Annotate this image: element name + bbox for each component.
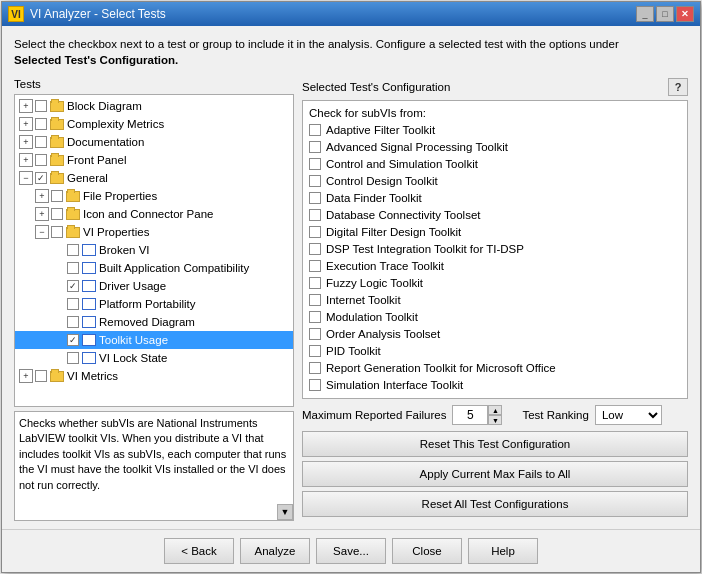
- check-item-data-finder[interactable]: Data Finder Toolkit: [307, 189, 683, 206]
- max-fails-input[interactable]: [452, 405, 488, 425]
- tree-item-documentation[interactable]: +Documentation: [15, 133, 293, 151]
- check-item-checkbox-order-analysis[interactable]: [309, 328, 321, 340]
- check-item-control-simulation[interactable]: Control and Simulation Toolkit: [307, 155, 683, 172]
- close-button[interactable]: ✕: [676, 6, 694, 22]
- checkbox-front-panel[interactable]: [35, 154, 47, 166]
- tree-item-toolkit-usage[interactable]: Toolkit Usage: [15, 331, 293, 349]
- check-item-report-generation[interactable]: Report Generation Toolkit for Microsoft …: [307, 359, 683, 376]
- expand-btn-block-diagram[interactable]: +: [19, 99, 33, 113]
- tree-item-file-properties[interactable]: +File Properties: [15, 187, 293, 205]
- reset-this-button[interactable]: Reset This Test Configuration: [302, 431, 688, 457]
- checkbox-platform-portability[interactable]: [67, 298, 79, 310]
- tree-item-built-app[interactable]: Built Application Compatibility: [15, 259, 293, 277]
- expand-btn-vi-properties[interactable]: −: [35, 225, 49, 239]
- check-item-checkbox-simulation-interface[interactable]: [309, 379, 321, 391]
- config-label: Selected Test's Configuration: [302, 81, 450, 93]
- expand-btn-icon-connector[interactable]: +: [35, 207, 49, 221]
- spinner-down-button[interactable]: ▼: [488, 415, 502, 425]
- tree-item-removed-diagram[interactable]: Removed Diagram: [15, 313, 293, 331]
- check-item-modulation[interactable]: Modulation Toolkit: [307, 308, 683, 325]
- test-ranking-select[interactable]: LowMediumHigh: [595, 405, 662, 425]
- tree-item-broken-vi[interactable]: Broken VI: [15, 241, 293, 259]
- config-help-button[interactable]: ?: [668, 78, 688, 96]
- checkbox-block-diagram[interactable]: [35, 100, 47, 112]
- back-button[interactable]: < Back: [164, 538, 234, 564]
- scroll-down-button[interactable]: ▼: [277, 504, 293, 520]
- check-item-checkbox-adaptive-filter[interactable]: [309, 124, 321, 136]
- check-item-order-analysis[interactable]: Order Analysis Toolset: [307, 325, 683, 342]
- check-item-adaptive-filter[interactable]: Adaptive Filter Toolkit: [307, 121, 683, 138]
- checkbox-documentation[interactable]: [35, 136, 47, 148]
- check-item-fuzzy-logic[interactable]: Fuzzy Logic Toolkit: [307, 274, 683, 291]
- expand-btn-documentation[interactable]: +: [19, 135, 33, 149]
- checkbox-vi-metrics[interactable]: [35, 370, 47, 382]
- check-item-execution-trace[interactable]: Execution Trace Toolkit: [307, 257, 683, 274]
- tree-item-complexity-metrics[interactable]: +Complexity Metrics: [15, 115, 293, 133]
- tree-item-vi-lock-state[interactable]: VI Lock State: [15, 349, 293, 367]
- check-item-checkbox-advanced-signal[interactable]: [309, 141, 321, 153]
- check-item-digital-filter[interactable]: Digital Filter Design Toolkit: [307, 223, 683, 240]
- tree-item-vi-properties[interactable]: −VI Properties: [15, 223, 293, 241]
- expand-btn-file-properties[interactable]: +: [35, 189, 49, 203]
- tree-item-front-panel[interactable]: +Front Panel: [15, 151, 293, 169]
- check-item-database-connectivity[interactable]: Database Connectivity Toolset: [307, 206, 683, 223]
- checkbox-icon-connector[interactable]: [51, 208, 63, 220]
- reset-all-button[interactable]: Reset All Test Configurations: [302, 491, 688, 517]
- check-item-advanced-signal[interactable]: Advanced Signal Processing Toolkit: [307, 138, 683, 155]
- description-line2: Selected Test's Configuration.: [14, 54, 178, 66]
- tree-item-icon-connector[interactable]: +Icon and Connector Pane: [15, 205, 293, 223]
- check-item-checkbox-report-generation[interactable]: [309, 362, 321, 374]
- check-item-checkbox-database-connectivity[interactable]: [309, 209, 321, 221]
- check-item-internet[interactable]: Internet Toolkit: [307, 291, 683, 308]
- checkbox-built-app[interactable]: [67, 262, 79, 274]
- check-item-dsp-test[interactable]: DSP Test Integration Toolkit for TI-DSP: [307, 240, 683, 257]
- checkbox-broken-vi[interactable]: [67, 244, 79, 256]
- check-item-checkbox-control-design[interactable]: [309, 175, 321, 187]
- expand-btn-front-panel[interactable]: +: [19, 153, 33, 167]
- check-item-checkbox-data-finder[interactable]: [309, 192, 321, 204]
- checkbox-driver-usage[interactable]: [67, 280, 79, 292]
- check-item-checkbox-dsp-test[interactable]: [309, 243, 321, 255]
- checkbox-complexity-metrics[interactable]: [35, 118, 47, 130]
- check-item-control-design[interactable]: Control Design Toolkit: [307, 172, 683, 189]
- check-item-label-data-finder: Data Finder Toolkit: [326, 192, 422, 204]
- title-bar: VI VI Analyzer - Select Tests _ □ ✕: [2, 2, 700, 26]
- tree-item-vi-metrics[interactable]: +VI Metrics: [15, 367, 293, 385]
- checkbox-file-properties[interactable]: [51, 190, 63, 202]
- tree-item-label-vi-lock-state: VI Lock State: [99, 352, 167, 364]
- check-item-label-execution-trace: Execution Trace Toolkit: [326, 260, 444, 272]
- spinner-up-button[interactable]: ▲: [488, 405, 502, 415]
- check-item-checkbox-modulation[interactable]: [309, 311, 321, 323]
- tree-item-block-diagram[interactable]: +Block Diagram: [15, 97, 293, 115]
- tree-item-general[interactable]: −General: [15, 169, 293, 187]
- check-item-pid[interactable]: PID Toolkit: [307, 342, 683, 359]
- checkbox-vi-properties[interactable]: [51, 226, 63, 238]
- folder-icon-block-diagram: [50, 101, 64, 112]
- expand-btn-complexity-metrics[interactable]: +: [19, 117, 33, 131]
- check-item-checkbox-digital-filter[interactable]: [309, 226, 321, 238]
- expand-btn-vi-metrics[interactable]: +: [19, 369, 33, 383]
- checkbox-removed-diagram[interactable]: [67, 316, 79, 328]
- checkbox-vi-lock-state[interactable]: [67, 352, 79, 364]
- checklist-container[interactable]: Check for subVIs from: Adaptive Filter T…: [302, 100, 688, 399]
- check-item-checkbox-internet[interactable]: [309, 294, 321, 306]
- tests-tree[interactable]: +Block Diagram+Complexity Metrics+Docume…: [14, 94, 294, 407]
- analyze-button[interactable]: Analyze: [240, 538, 310, 564]
- tree-item-platform-portability[interactable]: Platform Portability: [15, 295, 293, 313]
- check-item-checkbox-pid[interactable]: [309, 345, 321, 357]
- expand-btn-general[interactable]: −: [19, 171, 33, 185]
- tree-item-driver-usage[interactable]: Driver Usage: [15, 277, 293, 295]
- maximize-button[interactable]: □: [656, 6, 674, 22]
- check-item-checkbox-control-simulation[interactable]: [309, 158, 321, 170]
- checkbox-general[interactable]: [35, 172, 47, 184]
- help-button[interactable]: Help: [468, 538, 538, 564]
- checkbox-toolkit-usage[interactable]: [67, 334, 79, 346]
- apply-all-button[interactable]: Apply Current Max Fails to All: [302, 461, 688, 487]
- save-button[interactable]: Save...: [316, 538, 386, 564]
- check-item-checkbox-fuzzy-logic[interactable]: [309, 277, 321, 289]
- description-line1: Select the checkbox next to a test or gr…: [14, 38, 619, 50]
- close-dialog-button[interactable]: Close: [392, 538, 462, 564]
- check-item-simulation-interface[interactable]: Simulation Interface Toolkit: [307, 376, 683, 393]
- minimize-button[interactable]: _: [636, 6, 654, 22]
- check-item-checkbox-execution-trace[interactable]: [309, 260, 321, 272]
